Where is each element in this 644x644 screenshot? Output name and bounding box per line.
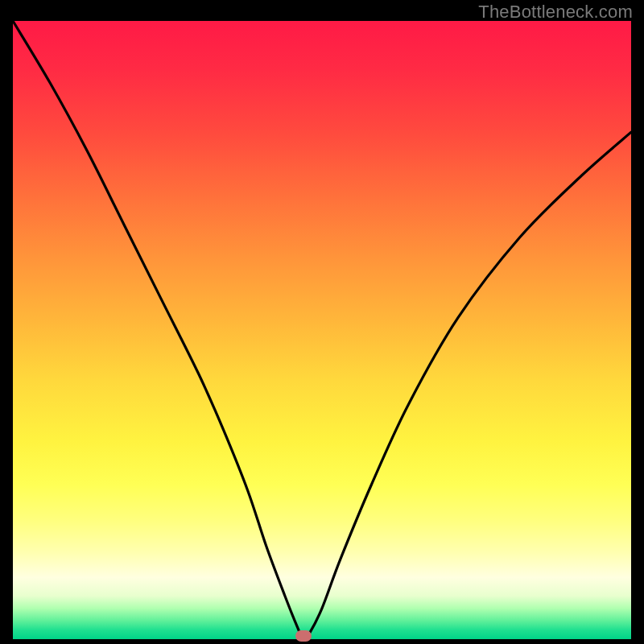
watermark-text: TheBottleneck.com [478, 2, 633, 23]
chart-frame [13, 21, 631, 639]
bottleneck-curve [13, 21, 631, 639]
optimal-point-marker [295, 630, 312, 642]
